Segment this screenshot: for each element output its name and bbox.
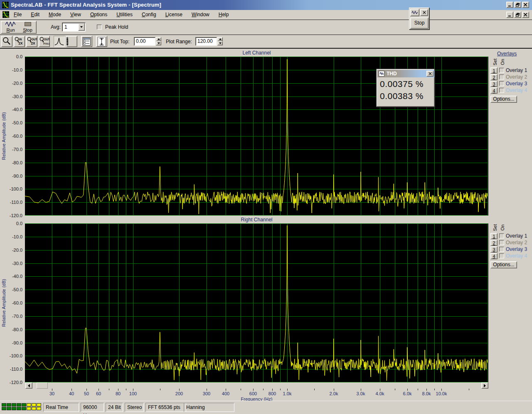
overlay-set-button-1[interactable]: 1 — [490, 67, 498, 74]
svg-text:2X: 2X — [19, 41, 23, 45]
x-minor-tick — [241, 389, 241, 390]
thd-window[interactable]: THD 0.00375 % 0.00383 % — [376, 69, 435, 107]
toolbar-wave-button[interactable] — [410, 9, 419, 16]
mdi-window-controls — [506, 12, 529, 18]
right-channel-plot[interactable] — [25, 223, 488, 382]
x-tick — [99, 389, 99, 391]
x-tick — [407, 389, 408, 391]
overlay-set-button-4[interactable]: 4 — [490, 253, 498, 259]
svg-text:2X: 2X — [31, 41, 36, 45]
x-minor-tick — [280, 389, 281, 390]
x-tick-label: 4.0k — [370, 391, 389, 396]
window-minimize-button[interactable] — [506, 2, 513, 8]
overlay-on-checkbox-4[interactable] — [499, 88, 504, 93]
plot-top-input[interactable]: 0.00 — [134, 37, 155, 46]
mdi-minimize-button[interactable] — [506, 12, 513, 18]
menu-bar: FileEditModeViewOptionsUtilitiesConfigLi… — [0, 10, 532, 20]
scroll-thumb[interactable] — [37, 382, 48, 389]
y-tick-label: 0.0 — [0, 54, 22, 59]
menu-help[interactable]: Help — [214, 10, 234, 19]
menu-options[interactable]: Options — [86, 10, 112, 19]
stop-button[interactable]: Stop — [20, 22, 36, 33]
menu-window[interactable]: Window — [187, 10, 214, 19]
transport-toolbar: Run Stop Avg: 1 Peak Hold — [0, 20, 532, 35]
title-bar[interactable]: SpectraLAB - FFT Spectral Analysis Syste… — [0, 0, 532, 10]
window-controls — [506, 2, 529, 8]
plot-range-input[interactable]: 120.00 — [195, 37, 217, 46]
floating-stop-toolbar[interactable]: Stop — [409, 7, 429, 30]
scroll-left-button[interactable] — [25, 382, 32, 389]
overlay-on-checkbox-4[interactable] — [499, 253, 504, 258]
zoom-out-full-button[interactable]: OUTFULL — [39, 36, 50, 47]
menu-license[interactable]: License — [161, 10, 187, 19]
overlay-on-checkbox-2[interactable] — [499, 74, 504, 79]
display-options-button[interactable] — [81, 36, 92, 47]
overlay-label-2: Overlay 2 — [506, 240, 527, 246]
overlay-on-checkbox-2[interactable] — [499, 240, 504, 245]
overlay-on-checkbox-3[interactable] — [499, 247, 504, 252]
plot-top-spin-down[interactable] — [156, 41, 161, 45]
float-stop-button[interactable]: Stop — [410, 17, 429, 29]
spectralab-window: SpectraLAB - FFT Spectral Analysis Syste… — [0, 0, 532, 414]
spectrum-line-mode-button[interactable] — [54, 36, 65, 47]
overlay-set-button-2[interactable]: 2 — [490, 240, 498, 246]
window-restore-button[interactable] — [514, 2, 521, 8]
menu-file[interactable]: File — [9, 10, 26, 19]
level-led — [7, 403, 11, 407]
thd-close-button[interactable] — [426, 71, 433, 77]
menu-utilities[interactable]: Utilities — [112, 10, 137, 19]
menu-edit[interactable]: Edit — [26, 10, 44, 19]
magnifier-text-icon: IN2X — [14, 36, 25, 47]
overlay-on-checkbox-1[interactable] — [499, 68, 504, 73]
plot-top-spin-up[interactable] — [156, 37, 161, 41]
svg-text:FULL: FULL — [44, 42, 49, 45]
overlay-on-checkbox-3[interactable] — [499, 81, 504, 86]
level-led — [2, 403, 6, 407]
x-tick-label: 60 — [89, 391, 108, 396]
y-tick-label: -100.0 — [0, 186, 22, 191]
x-minor-tick — [434, 389, 435, 390]
menu-view[interactable]: View — [66, 10, 86, 19]
overlay-label-1: Overlay 1 — [506, 233, 527, 239]
plot-range-spin-up[interactable] — [217, 37, 223, 41]
x-minor-tick — [109, 389, 109, 390]
overlay-set-button-4[interactable]: 4 — [490, 87, 498, 94]
overlay-set-button-1[interactable]: 1 — [490, 233, 498, 239]
plot-range-label: Plot Range: — [166, 39, 192, 45]
menu-config[interactable]: Config — [137, 10, 161, 19]
menu-mode[interactable]: Mode — [44, 10, 66, 19]
window-close-button[interactable] — [522, 2, 529, 8]
close-icon[interactable] — [420, 9, 428, 16]
mdi-close-button[interactable] — [522, 12, 529, 18]
thd-title-bar[interactable]: THD — [377, 70, 434, 77]
x-minor-tick — [314, 389, 315, 390]
y-tick-label: -80.0 — [0, 327, 22, 332]
overlay-set-button-2[interactable]: 2 — [490, 74, 498, 80]
mdi-restore-button[interactable] — [514, 12, 521, 18]
overlay-row-4: 4Overlay 4 — [490, 87, 532, 94]
vertical-scale-icon — [96, 36, 107, 47]
zoom-in-2x-button[interactable]: IN2X — [14, 36, 25, 47]
overlay-set-button-3[interactable]: 3 — [490, 246, 498, 253]
svg-text:IN: IN — [19, 37, 22, 40]
overlay-label-2: Overlay 2 — [506, 74, 527, 80]
overlay-options-button[interactable]: Options... — [490, 96, 517, 103]
amplitude-axis-scale-button[interactable] — [96, 36, 107, 47]
avg-combobox[interactable]: 1 — [62, 22, 86, 32]
peak-hold-checkbox[interactable] — [97, 25, 102, 30]
spectrum-bar-mode-button[interactable] — [66, 36, 77, 47]
run-button[interactable]: Run — [2, 22, 19, 33]
avg-dropdown-button[interactable] — [78, 23, 85, 31]
y-tick-label: -70.0 — [0, 147, 22, 152]
zoom-out-2x-button[interactable]: OUT2X — [26, 36, 37, 47]
overlay-set-button-3[interactable]: 3 — [490, 81, 498, 87]
run-waveform-icon — [5, 22, 16, 27]
overlay-on-checkbox-1[interactable] — [499, 233, 504, 238]
overlay-row-3: 3Overlay 3 — [490, 246, 532, 253]
level-led — [32, 403, 36, 407]
frequency-scrollbar[interactable] — [25, 382, 488, 389]
plot-range-spin-down[interactable] — [217, 41, 223, 45]
overlay-options-button[interactable]: Options... — [490, 261, 517, 268]
scroll-right-button[interactable] — [481, 382, 488, 389]
zoom-tool-button[interactable] — [1, 36, 12, 47]
